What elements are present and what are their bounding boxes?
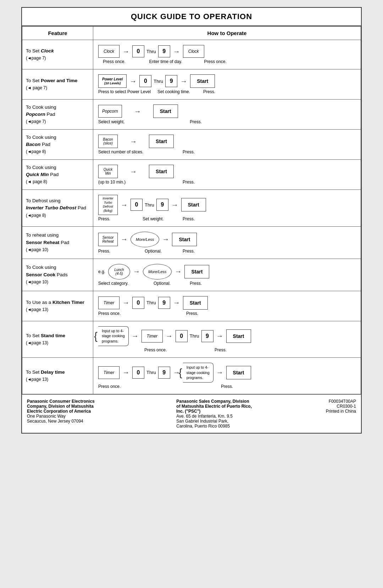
timer-btn-3: Timer (98, 366, 120, 379)
caption-press-3: Press. (176, 149, 201, 154)
row-set-clock: To Set Clock(◄page 7) Clock → 0 Thru 9 →… (22, 40, 361, 69)
arrow9: → (171, 201, 178, 209)
arrow2: → (173, 47, 180, 56)
caption-press-once-dt: Press once. (98, 384, 129, 389)
thru6: Thru (146, 370, 156, 375)
caption-set-cooking-time: Set cooking time. (151, 89, 197, 94)
title-bar: QUICK GUIDE TO OPERATION (22, 8, 361, 26)
inverter-btn: InverterTurboDefrost(lb/kg) (98, 195, 118, 215)
how-sensor-cook: e.g. Lunch(4-5) → More/Less → Start Sele… (93, 259, 361, 291)
feature-set-clock: To Set Clock(◄page 7) (22, 40, 93, 69)
caption-optional-2: Optional. (141, 281, 183, 286)
caption-press-9: Press. (208, 347, 233, 352)
thru3: Thru (145, 202, 154, 208)
caption-press-once-1: Press once. (98, 59, 130, 64)
caption-press-6: Press. (176, 249, 201, 254)
footer-right-line6: Carolina, Puerto Rico 00985 (176, 424, 318, 429)
clock-btn-2: Clock (183, 45, 204, 58)
caption-press-8: Press. (180, 311, 205, 316)
start-btn-1: Start (190, 74, 215, 88)
arrow3: → (129, 77, 137, 85)
footer-left-line2: Company, Division of Matsushita (27, 404, 94, 409)
arrow12: → (133, 267, 140, 276)
caption-press-10: Press. (215, 384, 239, 389)
nine-btn-3: 9 (156, 199, 168, 211)
how-delay-time: Timer → 0 Thru 9 → Input up to 4-stage c… (93, 357, 361, 394)
quickmin-btn: QuickMin (98, 165, 118, 178)
thru2: Thru (154, 79, 163, 84)
caption-press-power: Press to select Power Level (98, 89, 151, 94)
footer-left-line5: Secaucus, New Jersey 07094 (27, 419, 169, 424)
row-popcorn: To Cook usingPopcorn Pad(◄page 7) Popcor… (22, 100, 361, 130)
col-header-feature: Feature (22, 27, 93, 40)
arrow15: → (173, 299, 180, 307)
footer-right-line3: Inc. ("PSC") (176, 409, 200, 414)
arrow14: → (122, 299, 129, 307)
row-sensor-cook: To Cook usingSensor Cook Pads(◄page 10) … (22, 259, 361, 291)
lunch-btn: Lunch(4-5) (108, 264, 130, 279)
clock-btn-1: Clock (98, 45, 120, 58)
caption-optional-1: Optional. (130, 249, 176, 254)
footer: Panasonic Consumer Electronics Company, … (22, 394, 361, 433)
feature-popcorn: To Cook usingPopcorn Pad(◄page 7) (22, 100, 93, 130)
caption-press-7: Press. (183, 281, 208, 286)
zero-btn-5: 0 (176, 330, 188, 342)
row-set-power-time: To Set Power and Time(◄ page 7) Power Le… (22, 69, 361, 100)
start-btn-2: Start (153, 104, 178, 118)
caption-enter-time: Enter time of day. (130, 59, 201, 64)
row-delay-time: To Set Delay time(◄page 13) Timer → 0 Th… (22, 357, 361, 394)
caption-press-1: Press. (197, 89, 222, 94)
page-title: QUICK GUIDE TO OPERATION (26, 12, 357, 21)
zero-btn-6: 0 (132, 367, 144, 379)
arrow18: → (216, 332, 223, 340)
arrow16: → (132, 332, 139, 340)
arrow10: → (121, 235, 128, 243)
start-btn-4: Start (149, 165, 174, 178)
timer-btn-2: Timer (141, 330, 163, 343)
arrow7: → (130, 168, 137, 176)
feature-stand-time: To Set Stand time(◄page 13) (22, 321, 93, 357)
start-btn-9: Start (226, 329, 251, 343)
arrow5: → (134, 107, 141, 115)
nine-btn-2: 9 (165, 75, 177, 87)
caption-up-to-10: (up to 10 min.) (98, 180, 148, 185)
row-sensor-reheat: To reheat usingSensor Reheat Pad(◄page 1… (22, 226, 361, 259)
feature-delay-time: To Set Delay time(◄page 13) (22, 357, 93, 394)
how-sensor-reheat: SensorReheat → More/Less → Start Press. … (93, 226, 361, 259)
row-quickmin: To Cook usingQuick Min Pad(◄ page 8) Qui… (22, 160, 361, 190)
timer-btn-1: Timer (98, 296, 120, 309)
zero-btn-4: 0 (132, 297, 144, 309)
caption-press-sr: Press. (98, 249, 130, 254)
feature-sensor-reheat: To reheat usingSensor Reheat Pad(◄page 1… (22, 226, 93, 259)
start-btn-10: Start (226, 366, 251, 379)
caption-press-2: Press. (183, 119, 208, 124)
row-inverter: To Defrost usingInverter Turbo Defrost P… (22, 190, 361, 227)
nine-btn: 9 (158, 45, 170, 57)
footer-right-line4: Ave. 65 de Infanteria, Km. 9.5 (176, 414, 318, 419)
more-less-btn-1: More/Less (131, 232, 159, 247)
start-btn-7: Start (184, 265, 209, 278)
caption-press-inv: Press. (98, 216, 130, 221)
how-set-power-time: Power Level(10 Levels) → 0 Thru 9 → Star… (93, 69, 361, 100)
eg-label: e.g. (98, 269, 105, 274)
how-inverter: InverterTurboDefrost(lb/kg) → 0 Thru 9 →… (93, 190, 361, 227)
how-kitchen-timer: Timer → 0 Thru 9 → Start Press once. Pre… (93, 291, 361, 321)
start-btn-5: Start (181, 198, 206, 211)
more-less-btn-2: More/Less (143, 264, 172, 279)
arrow1: → (122, 47, 129, 56)
how-bacon: Bacon(slice) → Start Select number of sl… (93, 130, 361, 160)
caption-select-category: Select category. (98, 281, 141, 286)
footer-right-line2: of Matsushita Electric of Puerto Rico, (176, 404, 252, 409)
zero-btn: 0 (132, 45, 144, 57)
thru4: Thru (146, 300, 156, 305)
arrow21: → (216, 368, 223, 377)
zero-btn-2: 0 (139, 75, 151, 87)
how-stand-time: Input up to 4-stage cookingprograms. → T… (93, 321, 361, 357)
arrow17: → (166, 332, 173, 340)
footer-left: Panasonic Consumer Electronics Company, … (27, 399, 169, 429)
caption-select-weight-1: Select weight. (98, 119, 137, 124)
footer-code2: CR0300-1 (326, 404, 356, 409)
nine-btn-4: 9 (158, 297, 170, 309)
col-header-how: How to Operate (93, 27, 361, 40)
guide-table: Feature How to Operate To Set Clock(◄pag… (22, 26, 361, 394)
